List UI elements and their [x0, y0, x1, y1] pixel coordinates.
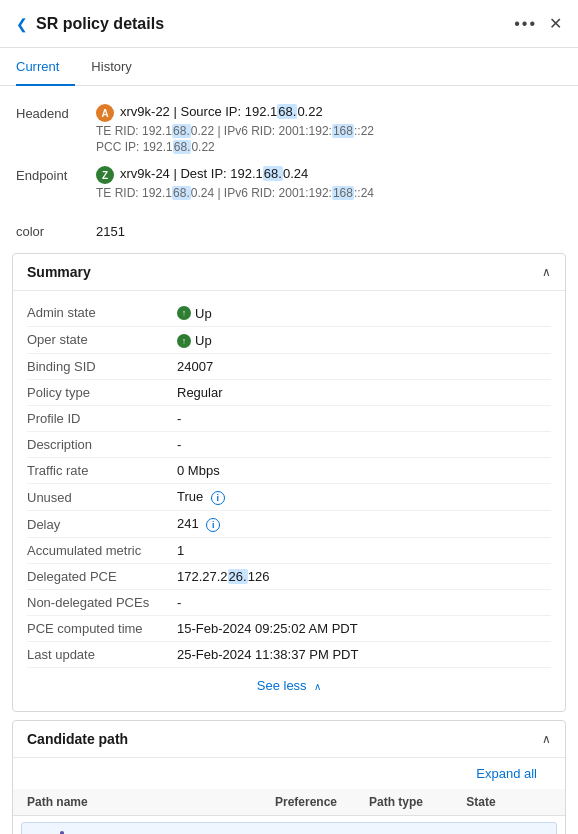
headend-te-rid: TE RID: 192.168.0.22 | IPv6 RID: 2001:19… — [96, 124, 562, 138]
expand-all-container: Expand all — [13, 758, 565, 789]
profile-id-label: Profile ID — [27, 411, 177, 426]
fields-section: Headend A xrv9k-22 | Source IP: 192.168.… — [0, 86, 578, 218]
candidate-path-title: Candidate path — [27, 731, 128, 747]
header-left: ❮ SR policy details — [16, 15, 164, 33]
admin-state-value: Up — [177, 304, 551, 321]
profile-id-value: - — [177, 411, 551, 426]
header-right: ••• ✕ — [514, 14, 562, 33]
headend-pcc-ip: PCC IP: 192.168.0.22 — [96, 140, 562, 154]
endpoint-te-rid: TE RID: 192.168.0.24 | IPv6 RID: 2001:19… — [96, 186, 562, 200]
headend-row: Headend A xrv9k-22 | Source IP: 192.168.… — [16, 98, 562, 160]
endpoint-name-ip: xrv9k-24 | Dest IP: 192.168.0.24 — [120, 166, 308, 181]
candidate-path-chevron-icon: ∧ — [542, 732, 551, 746]
pce-computed-time-label: PCE computed time — [27, 621, 177, 636]
delay-label: Delay — [27, 517, 177, 532]
color-value: 2151 — [96, 224, 125, 239]
expand-all-button[interactable]: Expand all — [27, 762, 551, 785]
non-delegated-pces-value: - — [177, 595, 551, 610]
endpoint-badge: Z — [96, 166, 114, 184]
admin-state-up-icon — [177, 306, 191, 320]
headend-node-row: A xrv9k-22 | Source IP: 192.168.0.22 — [96, 104, 562, 122]
unused-info-icon[interactable]: i — [211, 491, 225, 505]
tabs-bar: Current History — [0, 48, 578, 86]
headend-badge: A — [96, 104, 114, 122]
col-header-expand — [521, 795, 551, 809]
summary-row-delegated-pce: Delegated PCE 172.27.226.126 — [27, 564, 551, 590]
col-header-preference: Preference — [261, 795, 351, 809]
delay-value: 241 i — [177, 516, 551, 532]
summary-row-profile-id: Profile ID - — [27, 406, 551, 432]
pce-computed-time-value: 15-Feb-2024 09:25:02 AM PDT — [177, 621, 551, 636]
col-header-path-name: Path name — [27, 795, 261, 809]
last-update-value: 25-Feb-2024 11:38:37 PM PDT — [177, 647, 551, 662]
delegated-pce-label: Delegated PCE — [27, 569, 177, 584]
accumulated-metric-value: 1 — [177, 543, 551, 558]
summary-row-binding-sid: Binding SID 24007 — [27, 354, 551, 380]
endpoint-node-row: Z xrv9k-24 | Dest IP: 192.168.0.24 — [96, 166, 562, 184]
endpoint-value: Z xrv9k-24 | Dest IP: 192.168.0.24 TE RI… — [96, 166, 562, 200]
col-header-state: State — [441, 795, 521, 809]
summary-card-header[interactable]: Summary ∧ — [13, 254, 565, 291]
summary-row-last-update: Last update 25-Feb-2024 11:38:37 PM PDT — [27, 642, 551, 668]
admin-state-label: Admin state — [27, 305, 177, 320]
delay-info-icon[interactable]: i — [206, 518, 220, 532]
summary-row-traffic-rate: Traffic rate 0 Mbps — [27, 458, 551, 484]
col-header-path-type: Path type — [351, 795, 441, 809]
admin-state-status: Up — [177, 306, 212, 321]
see-less-chevron-icon: ∧ — [314, 681, 321, 692]
summary-row-non-delegated-pces: Non-delegated PCEs - — [27, 590, 551, 616]
back-chevron-icon[interactable]: ❮ — [16, 16, 28, 32]
policy-type-value: Regular — [177, 385, 551, 400]
policy-type-label: Policy type — [27, 385, 177, 400]
unused-value: True i — [177, 489, 551, 505]
binding-sid-value: 24007 — [177, 359, 551, 374]
headend-label: Headend — [16, 104, 96, 121]
summary-row-admin-state: Admin state Up — [27, 299, 551, 327]
description-label: Description — [27, 437, 177, 452]
color-row: color 2151 — [0, 218, 578, 245]
unused-label: Unused — [27, 490, 177, 505]
endpoint-row: Endpoint Z xrv9k-24 | Dest IP: 192.168.0… — [16, 160, 562, 206]
path-table-header: Path name Preference Path type State — [13, 789, 565, 816]
traffic-rate-label: Traffic rate — [27, 463, 177, 478]
summary-row-pce-computed-time: PCE computed time 15-Feb-2024 09:25:02 A… — [27, 616, 551, 642]
oper-state-label: Oper state — [27, 332, 177, 347]
tab-history[interactable]: History — [91, 49, 147, 86]
path-row-2151-bwod: 2151-bwod 100 Unknown ↑ A ∧ — [21, 822, 557, 834]
tab-current[interactable]: Current — [16, 49, 75, 86]
summary-row-delay: Delay 241 i — [27, 511, 551, 538]
see-less-button[interactable]: See less ∧ — [27, 668, 551, 703]
summary-title: Summary — [27, 264, 91, 280]
description-value: - — [177, 437, 551, 452]
binding-sid-label: Binding SID — [27, 359, 177, 374]
summary-row-accumulated-metric: Accumulated metric 1 — [27, 538, 551, 564]
close-icon[interactable]: ✕ — [549, 14, 562, 33]
delegated-pce-value: 172.27.226.126 — [177, 569, 551, 584]
candidate-path-card: Candidate path ∧ Expand all Path name Pr… — [12, 720, 566, 834]
summary-chevron-icon: ∧ — [542, 265, 551, 279]
traffic-rate-value: 0 Mbps — [177, 463, 551, 478]
oper-state-up-icon — [177, 334, 191, 348]
accumulated-metric-label: Accumulated metric — [27, 543, 177, 558]
oper-state-status: Up — [177, 333, 212, 348]
more-options-icon[interactable]: ••• — [514, 15, 537, 33]
summary-row-oper-state: Oper state Up — [27, 327, 551, 355]
panel-title: SR policy details — [36, 15, 164, 33]
color-label: color — [16, 224, 96, 239]
endpoint-label: Endpoint — [16, 166, 96, 183]
sr-policy-panel: ❮ SR policy details ••• ✕ Current Histor… — [0, 0, 578, 834]
summary-row-policy-type: Policy type Regular — [27, 380, 551, 406]
main-content: Headend A xrv9k-22 | Source IP: 192.168.… — [0, 86, 578, 834]
headend-name-ip: xrv9k-22 | Source IP: 192.168.0.22 — [120, 104, 323, 119]
non-delegated-pces-label: Non-delegated PCEs — [27, 595, 177, 610]
oper-state-value: Up — [177, 332, 551, 349]
panel-header: ❮ SR policy details ••• ✕ — [0, 0, 578, 48]
summary-card-body: Admin state Up Oper state Up — [13, 291, 565, 711]
candidate-path-header[interactable]: Candidate path ∧ — [13, 721, 565, 758]
headend-value: A xrv9k-22 | Source IP: 192.168.0.22 TE … — [96, 104, 562, 154]
summary-card: Summary ∧ Admin state Up Oper stat — [12, 253, 566, 712]
summary-row-unused: Unused True i — [27, 484, 551, 511]
summary-row-description: Description - — [27, 432, 551, 458]
last-update-label: Last update — [27, 647, 177, 662]
